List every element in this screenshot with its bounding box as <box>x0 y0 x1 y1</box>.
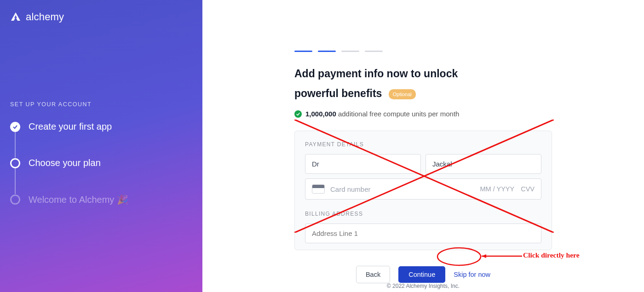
address-line1-input[interactable] <box>305 223 541 243</box>
progress-bar-segment <box>294 51 312 52</box>
main-content: Add payment info now to unlock powerful … <box>202 0 644 292</box>
credit-card-icon <box>312 184 325 194</box>
progress-bar-segment <box>365 51 383 52</box>
card-number-placeholder: Card number <box>330 185 475 193</box>
step-label: Create your first app <box>29 121 112 132</box>
continue-button[interactable]: Continue <box>398 266 445 283</box>
annotation-label: Click directly here <box>523 251 580 259</box>
brand-logo: alchemy <box>10 11 192 23</box>
card-number-input[interactable]: Card number MM / YYYY CVV <box>305 178 541 200</box>
page-title-text: powerful benefits <box>294 87 382 99</box>
benefit-amount: 1,000,000 <box>305 110 336 118</box>
alchemy-logo-icon <box>10 11 21 23</box>
onboarding-steps: Create your first app Choose your plan W… <box>10 121 192 205</box>
back-button[interactable]: Back <box>356 266 390 283</box>
step-connector <box>15 132 16 158</box>
optional-badge: Optional <box>389 89 416 100</box>
step-connector <box>15 168 16 194</box>
step-upcoming-icon <box>10 195 20 205</box>
benefit-description: additional free compute units per month <box>338 110 460 118</box>
brand-name: alchemy <box>26 11 64 23</box>
progress-indicator <box>294 51 552 52</box>
footer-copyright: © 2022 Alchemy Insights, Inc. <box>387 283 460 289</box>
cvv-placeholder: CVV <box>521 185 535 193</box>
sidebar: alchemy SET UP YOUR ACCOUNT Create your … <box>0 0 202 292</box>
check-circle-icon <box>294 110 302 118</box>
skip-button[interactable]: Skip for now <box>454 271 490 278</box>
progress-bar-segment <box>341 51 359 52</box>
step-current-icon <box>10 158 20 168</box>
page-title-line2: powerful benefits Optional <box>294 85 552 103</box>
sidebar-section-title: SET UP YOUR ACCOUNT <box>10 101 192 108</box>
benefit-line: 1,000,000 additional free compute units … <box>294 110 552 118</box>
step-welcome: Welcome to Alchemy 🎉 <box>10 194 192 205</box>
button-row: Back Continue Skip for now <box>294 266 552 283</box>
step-complete-icon <box>10 122 20 132</box>
benefit-text: 1,000,000 additional free compute units … <box>305 110 459 118</box>
step-label: Welcome to Alchemy 🎉 <box>29 194 128 205</box>
step-choose-plan: Choose your plan <box>10 158 192 168</box>
page-title-line1: Add payment info now to unlock <box>294 65 552 83</box>
last-name-input[interactable] <box>426 154 541 174</box>
billing-address-heading: BILLING ADDRESS <box>305 211 541 217</box>
first-name-input[interactable] <box>305 154 421 174</box>
payment-form: PAYMENT DETAILS Card number MM / YYYY CV… <box>294 131 552 250</box>
step-create-app: Create your first app <box>10 121 192 132</box>
expiry-placeholder: MM / YYYY <box>480 185 515 193</box>
payment-details-heading: PAYMENT DETAILS <box>305 141 541 148</box>
step-label: Choose your plan <box>29 158 101 168</box>
progress-bar-segment <box>318 51 336 52</box>
